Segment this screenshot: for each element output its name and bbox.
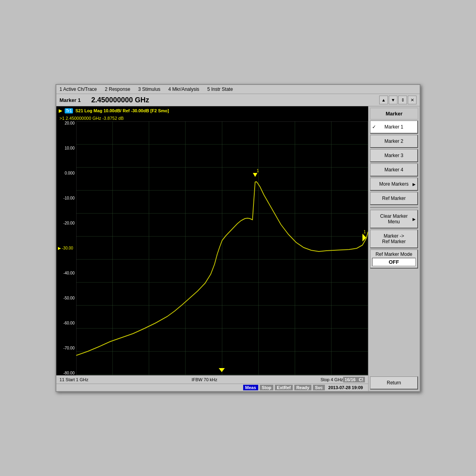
instrument-frame: 1 Active Ch/Trace 2 Response 3 Stimulus … (56, 84, 420, 392)
chart-graph[interactable]: 20.00 10.00 0.000 -10.00 -20.00 ▶-30.00 … (56, 121, 368, 375)
menu-instr-state[interactable]: 5 Instr State (207, 86, 233, 92)
ref-marker-label: Ref Marker (382, 196, 405, 201)
ref-marker-mode-label: Ref Marker Mode (376, 251, 413, 257)
marker3-btn[interactable]: Marker 3 (370, 149, 418, 162)
y-label-9: -80.00 (58, 371, 75, 375)
marker-label: Marker 1 (60, 97, 87, 103)
badge-ready: Ready (294, 385, 311, 390)
close-btn[interactable]: ✕ (408, 96, 416, 104)
sidebar-title: Marker (370, 108, 418, 119)
increment-btn[interactable]: ▲ (379, 96, 388, 104)
stop-freq: Stop 4 GHz (321, 377, 343, 382)
badge-extref: ExtRef (275, 385, 293, 390)
ref-marker-mode-btn[interactable]: Ref Marker Mode OFF (370, 250, 418, 269)
chart-status-bar: 1 1 Start 1 GHz IFBW 70 kHz Stop 4 GHz 1… (56, 375, 368, 384)
marker1-check: ✓ (372, 124, 376, 130)
chart-area: ▶ Tr1 S21 Log Mag 10.00dB/ Ref -30.00dB … (56, 106, 368, 391)
marker1-label: Marker 1 (384, 124, 403, 130)
marker3-label: Marker 3 (384, 153, 403, 158)
marker-to-ref-label: Marker ->Ref Marker (382, 233, 405, 244)
y-label-2: 0.000 (58, 171, 75, 175)
y-label-3: -10.00 (58, 196, 75, 200)
return-btn[interactable]: Return (370, 376, 418, 390)
menu-active-ch[interactable]: 1 Active Ch/Trace (60, 86, 97, 92)
title-controls: ▲ ▼ ⇕ ✕ (379, 96, 416, 104)
badge-stop: Stop (260, 385, 273, 390)
status-indicators: Meas Stop ExtRef Ready Svc 2013-07-28 19… (56, 384, 368, 391)
ref-marker-btn[interactable]: Ref Marker (370, 192, 418, 205)
badge-meas: Meas (243, 385, 258, 390)
start-freq: 1 Start 1 GHz (62, 377, 88, 382)
chart-header: ▶ Tr1 S21 Log Mag 10.00dB/ Ref -30.00dB … (56, 106, 368, 115)
y-label-5: -40.00 (58, 271, 75, 275)
clear-marker-menu-btn[interactable]: Clear MarkerMenu ▶ (370, 210, 418, 228)
decrement-btn[interactable]: ▼ (389, 96, 397, 104)
y-label-8: -70.00 (58, 346, 75, 350)
marker2-btn[interactable]: Marker 2 (370, 135, 418, 148)
menu-bar: 1 Active Ch/Trace 2 Response 3 Stimulus … (56, 85, 420, 94)
y-label-0: 20.00 (58, 121, 75, 125)
marker-info-text: >1 2.450000000 GHz -3.8752 dB (56, 115, 368, 121)
chart-inner: 1 1 (76, 121, 368, 375)
sidebar: Marker ✓ Marker 1 Marker 2 Marker 3 Mark… (368, 106, 420, 391)
sidebar-divider (370, 207, 418, 208)
y-label-7: -60.00 (58, 321, 75, 325)
svg-text:1: 1 (257, 168, 259, 173)
chart-svg: 1 1 (76, 121, 368, 375)
split-btn[interactable]: ⇕ (398, 96, 407, 104)
ifbw-display: IFBW 70 kHz (88, 377, 321, 382)
clear-marker-arrow: ▶ (413, 217, 416, 221)
datetime-display: 2013-07-28 19:09 (326, 385, 365, 390)
chart-header-text: S21 Log Mag 10.00dB/ Ref -30.00dB [F2 Sm… (75, 108, 169, 113)
ref-marker-mode-value: OFF (372, 258, 416, 266)
svg-text:1: 1 (364, 229, 366, 234)
main-area: ▶ Tr1 S21 Log Mag 10.00dB/ Ref -30.00dB … (56, 106, 420, 391)
marker4-label: Marker 4 (384, 167, 403, 173)
title-bar: Marker 1 2.450000000 GHz ▲ ▼ ⇕ ✕ (56, 94, 420, 106)
marker2-label: Marker 2 (384, 138, 403, 144)
marker-value: 2.450000000 GHz (91, 96, 375, 104)
menu-response[interactable]: 2 Response (105, 86, 130, 92)
menu-stimulus[interactable]: 3 Stimulus (138, 86, 160, 92)
trace-badge: Tr1 (65, 108, 73, 113)
marker-to-ref-btn[interactable]: Marker ->Ref Marker (370, 230, 418, 248)
page-badge: 16/16 (343, 377, 357, 382)
y-axis: 20.00 10.00 0.000 -10.00 -20.00 ▶-30.00 … (56, 121, 76, 375)
marker1-btn[interactable]: ✓ Marker 1 (370, 121, 418, 134)
more-markers-btn[interactable]: More Markers ▶ (370, 178, 418, 191)
more-markers-label: More Markers (379, 181, 409, 187)
more-markers-arrow: ▶ (413, 182, 416, 186)
y-label-6: -50.00 (58, 296, 75, 300)
y-label-ref: ▶-30.00 (58, 246, 75, 250)
badge-svc: Svc (313, 385, 325, 390)
y-label-1: 10.00 (58, 146, 75, 150)
return-label: Return (387, 380, 401, 386)
menu-mkr-analysis[interactable]: 4 Mkr/Analysis (168, 86, 199, 92)
marker4-btn[interactable]: Marker 4 (370, 163, 418, 177)
clear-marker-label: Clear MarkerMenu (380, 213, 407, 225)
c-badge: C! (357, 377, 365, 382)
y-label-4: -20.00 (58, 221, 75, 225)
